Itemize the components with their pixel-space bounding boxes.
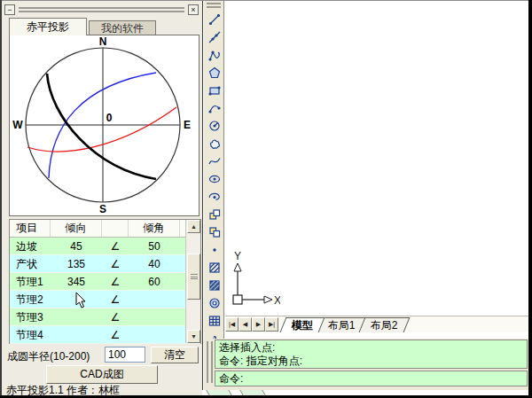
- dip-angle-cell[interactable]: [129, 291, 180, 308]
- header-dip-direction: 倾向: [51, 220, 102, 237]
- arc-tool-button[interactable]: [205, 99, 223, 116]
- last-tab-icon[interactable]: ▶|: [265, 317, 278, 332]
- command-input-line[interactable]: 命令:: [215, 371, 528, 386]
- table-row[interactable]: 边坡45∠50: [10, 238, 200, 255]
- strata-arc: [27, 107, 176, 152]
- row-item-label: 边坡: [10, 238, 51, 254]
- ucs-x-label: X: [274, 294, 280, 307]
- label-east: E: [184, 119, 191, 131]
- region-tool-button[interactable]: [205, 294, 223, 311]
- table-row[interactable]: 节理1345∠60: [10, 273, 200, 291]
- command-history-line: 命令: 指定对角点:: [219, 355, 523, 368]
- titlebar-grip[interactable]: [19, 7, 184, 12]
- dip-direction-cell[interactable]: [51, 326, 102, 343]
- radius-label: 成圆半径(10-200): [7, 349, 90, 364]
- hatch-tool-button[interactable]: [205, 259, 223, 276]
- dip-direction-cell[interactable]: [51, 308, 102, 325]
- dip-angle-cell[interactable]: 50: [129, 238, 180, 254]
- table-row[interactable]: 节理2∠: [10, 291, 200, 308]
- header-spacer: [102, 220, 129, 237]
- radius-input[interactable]: [105, 347, 145, 363]
- spline-icon: [208, 155, 221, 168]
- insert-block-tool-button[interactable]: [205, 206, 223, 222]
- layout-tabbar: |◀ ◀ ▶ ▶| 模型布局1布局2: [225, 316, 528, 332]
- radius-row: 成圆半径(10-200) 清空: [5, 347, 202, 364]
- tab-model[interactable]: 模型: [280, 317, 325, 332]
- row-item-label: 节理1: [10, 273, 51, 290]
- construction-line-icon: [208, 31, 221, 43]
- arc-icon: [208, 102, 221, 114]
- table-row[interactable]: 产状135∠40: [10, 255, 200, 273]
- dip-direction-cell[interactable]: 345: [51, 273, 102, 290]
- stereonet-svg: N S W E 0: [10, 35, 199, 215]
- rectangle-icon: [208, 84, 221, 97]
- gradient-tool-button[interactable]: [205, 277, 223, 293]
- make-block-icon: [208, 226, 221, 238]
- region-icon: [208, 297, 221, 309]
- layout-tabs: 模型布局1布局2: [286, 317, 406, 332]
- command-window: 选择插入点:命令: 指定对角点: 命令:: [204, 339, 528, 390]
- ucs-y-label: Y: [234, 250, 241, 262]
- row-item-label: 节理4: [10, 326, 51, 343]
- panel-titlebar[interactable]: − ×: [4, 4, 199, 15]
- scrollbar-thumb[interactable]: [187, 254, 200, 300]
- close-icon[interactable]: ×: [188, 4, 199, 15]
- angle-symbol: ∠: [102, 291, 129, 308]
- next-tab-icon[interactable]: ▶: [252, 317, 265, 332]
- stereonet-panel: − × 赤平投影 我的软件 N S W E 0: [2, 1, 203, 395]
- angle-symbol: ∠: [102, 255, 129, 272]
- application-window: − × 赤平投影 我的软件 N S W E 0: [0, 0, 532, 398]
- dip-angle-cell[interactable]: [129, 326, 180, 343]
- polyline-tool-button[interactable]: [205, 46, 223, 63]
- table-scrollbar[interactable]: ▲ ▼: [185, 220, 200, 343]
- dip-direction-cell[interactable]: 45: [51, 238, 102, 254]
- dip-angle-cell[interactable]: 40: [129, 255, 180, 272]
- dip-angle-cell[interactable]: 60: [129, 273, 180, 290]
- construction-line-tool-button[interactable]: [205, 28, 223, 45]
- prev-tab-icon[interactable]: ◀: [239, 317, 252, 332]
- rectangle-tool-button[interactable]: [205, 82, 223, 98]
- dip-angle-cell[interactable]: [129, 308, 180, 325]
- header-item: 项目: [10, 220, 51, 237]
- table-header: 项目 倾向 倾角: [10, 220, 200, 238]
- tab-stereonet[interactable]: 赤平投影: [9, 18, 87, 35]
- table-row[interactable]: 节理3∠: [10, 308, 200, 326]
- scroll-down-icon[interactable]: ▼: [187, 330, 200, 343]
- scroll-up-icon[interactable]: ▲: [187, 220, 200, 233]
- angle-symbol: ∠: [102, 308, 129, 325]
- ellipse-arc-tool-button[interactable]: [205, 188, 223, 205]
- header-dip-angle: 倾角: [129, 220, 180, 237]
- ellipse-tool-button[interactable]: [205, 170, 223, 187]
- command-window-grip[interactable]: [207, 341, 213, 383]
- label-south: S: [99, 203, 106, 215]
- label-west: W: [12, 119, 23, 131]
- table-row[interactable]: 节理4∠: [10, 326, 200, 344]
- dip-direction-cell[interactable]: 135: [51, 255, 102, 272]
- line-tool-button[interactable]: [205, 11, 223, 27]
- angle-symbol: ∠: [102, 273, 129, 290]
- first-tab-icon[interactable]: |◀: [225, 317, 239, 332]
- revision-cloud-tool-button[interactable]: [205, 135, 223, 152]
- angle-symbol: ∠: [102, 326, 129, 343]
- tab-layout2[interactable]: 布局2: [358, 317, 410, 332]
- projection-table: 项目 倾向 倾角 边坡45∠50产状135∠40节理1345∠60节理2∠节理3…: [9, 219, 201, 344]
- tab-my-software[interactable]: 我的软件: [89, 20, 156, 35]
- table-tool-button[interactable]: [205, 312, 223, 329]
- point-tool-button[interactable]: [205, 241, 223, 258]
- ellipse-arc-icon: [208, 191, 221, 203]
- minimize-icon[interactable]: −: [4, 4, 15, 15]
- make-block-tool-button[interactable]: [205, 223, 223, 240]
- hatch-icon: [208, 261, 221, 274]
- cad-plot-button[interactable]: CAD成图: [46, 365, 158, 384]
- spline-tool-button[interactable]: [205, 152, 223, 169]
- toolbar-grip[interactable]: [207, 3, 221, 8]
- clear-button[interactable]: 清空: [151, 347, 199, 363]
- circle-tool-button[interactable]: [205, 117, 223, 134]
- window-right-edge: [528, 0, 532, 398]
- drawing-canvas[interactable]: Y X: [225, 1, 528, 333]
- draw-toolbar: A: [204, 1, 224, 357]
- polyline-icon: [208, 49, 221, 61]
- gradient-icon: [208, 279, 221, 292]
- polygon-tool-button[interactable]: [205, 64, 223, 81]
- row-item-label: 产状: [10, 255, 51, 272]
